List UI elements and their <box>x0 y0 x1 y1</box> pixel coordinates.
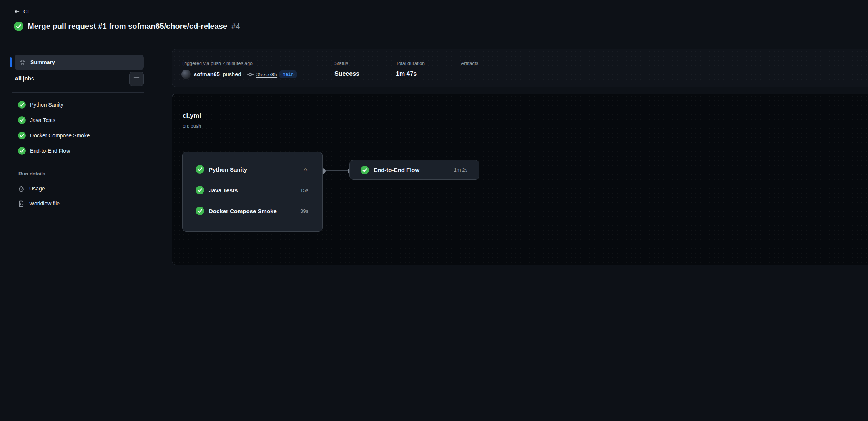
filter-jobs-button[interactable] <box>129 72 144 86</box>
sidebar-item-usage[interactable]: Usage <box>9 181 144 196</box>
sidebar-item-label: Workflow file <box>29 200 60 207</box>
workflow-graph-card: ci.yml on: push Python Sanity 7s Java Te… <box>172 94 868 265</box>
trigger-row: sofman65 pushed 35ece85 main <box>181 70 297 79</box>
job-duration: 39s <box>300 208 308 214</box>
status-label: Status <box>334 61 359 66</box>
success-check-icon <box>18 132 26 139</box>
sidebar-item-summary[interactable]: Summary <box>15 55 144 70</box>
stopwatch-icon <box>18 185 25 192</box>
triggered-label: Triggered via push 2 minutes ago <box>181 61 297 66</box>
all-jobs-row: All jobs <box>9 72 144 86</box>
sidebar-divider <box>12 161 144 161</box>
active-accent-bar <box>10 57 12 67</box>
success-check-icon <box>196 207 204 215</box>
actor-link[interactable]: sofman65 <box>194 71 220 77</box>
graph-edge <box>323 170 351 171</box>
sidebar-item-label: Summary <box>30 59 55 65</box>
sidebar-item-java-tests[interactable]: Java Tests <box>9 112 144 128</box>
commit-group: 35ece85 main <box>247 70 297 78</box>
sidebar-divider <box>12 92 144 93</box>
artifacts-label: Artifacts <box>461 61 478 66</box>
action-text: pushed <box>223 71 241 77</box>
job-node-end-to-end-flow[interactable]: End-to-End Flow 1m 2s <box>350 160 479 180</box>
sidebar-job-label: End-to-End Flow <box>30 148 70 154</box>
workflow-trigger: on: push <box>183 124 201 129</box>
job-name: End-to-End Flow <box>374 167 419 173</box>
sidebar-item-docker-compose-smoke[interactable]: Docker Compose Smoke <box>9 128 144 143</box>
trigger-column: Triggered via push 2 minutes ago sofman6… <box>181 61 297 79</box>
sidebar-item-python-sanity[interactable]: Python Sanity <box>9 97 144 112</box>
job-group-box: End-to-End Flow 1m 2s <box>349 160 479 180</box>
success-check-icon <box>18 116 26 124</box>
success-check-icon <box>196 165 204 174</box>
artifacts-column: Artifacts – <box>461 61 478 77</box>
git-commit-icon <box>247 71 254 78</box>
run-summary-card: Triggered via push 2 minutes ago sofman6… <box>172 49 868 87</box>
status-value: Success <box>334 70 359 77</box>
commit-sha-link[interactable]: 35ece85 <box>256 72 277 77</box>
status-column: Status Success <box>334 61 359 77</box>
sidebar-job-label: Java Tests <box>30 117 55 123</box>
duration-column: Total duration 1m 47s <box>396 61 425 77</box>
workflow-run-page: { "header": { "back_label": "CI", "title… <box>0 0 868 421</box>
sidebar-job-label: Python Sanity <box>30 102 63 108</box>
artifacts-value: – <box>461 70 478 77</box>
run-number: #4 <box>231 22 240 31</box>
success-check-icon <box>196 186 204 194</box>
job-name: Docker Compose Smoke <box>209 208 277 214</box>
success-check-icon <box>18 147 26 155</box>
job-duration: 7s <box>303 167 308 172</box>
job-node-docker-compose-smoke[interactable]: Docker Compose Smoke 39s <box>183 200 322 221</box>
success-check-icon <box>361 166 369 174</box>
avatar[interactable] <box>181 70 191 79</box>
success-check-icon <box>18 101 26 109</box>
filter-icon <box>133 76 140 82</box>
job-name: Java Tests <box>209 187 238 194</box>
sidebar: Summary All jobs Python Sanity Java Test… <box>9 0 144 421</box>
all-jobs-label: All jobs <box>15 75 34 82</box>
home-icon <box>19 59 26 66</box>
job-duration: 15s <box>300 187 308 193</box>
sidebar-item-label: Usage <box>29 185 45 192</box>
sidebar-item-workflow-file[interactable]: Workflow file <box>9 196 144 211</box>
job-group-box: Python Sanity 7s Java Tests 15s Docker C… <box>182 152 323 232</box>
duration-label: Total duration <box>396 61 425 66</box>
job-duration: 1m 2s <box>454 167 467 173</box>
job-node-java-tests[interactable]: Java Tests 15s <box>183 180 322 200</box>
sidebar-job-label: Docker Compose Smoke <box>30 132 90 139</box>
branch-badge[interactable]: main <box>279 70 297 78</box>
sidebar-item-end-to-end-flow[interactable]: End-to-End Flow <box>9 143 144 159</box>
job-node-python-sanity[interactable]: Python Sanity 7s <box>183 159 322 180</box>
job-name: Python Sanity <box>209 166 247 173</box>
duration-value[interactable]: 1m 47s <box>396 70 425 77</box>
file-code-icon <box>18 200 25 207</box>
run-details-heading: Run details <box>18 171 45 177</box>
workflow-file-name: ci.yml <box>183 112 201 120</box>
